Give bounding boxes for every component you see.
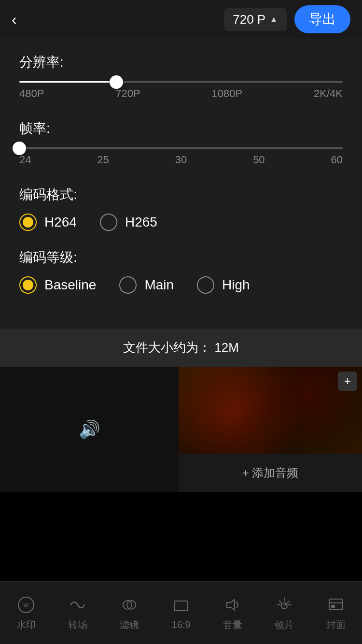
settings-panel: 分辨率: 480P 720P 1080P 2K/4K 帧率: 24 25 30 <box>0 39 362 329</box>
filter-icon <box>119 594 140 615</box>
res-label-720: 720P <box>115 87 140 100</box>
toolbar-item-transition[interactable]: 转场 <box>67 594 88 631</box>
framerate-section: 帧率: 24 25 30 50 60 <box>19 119 343 166</box>
resolution-track-filled <box>19 81 116 83</box>
thumb-pattern <box>179 367 362 454</box>
codec-h265-radio[interactable] <box>100 214 117 231</box>
framerate-slider-labels: 24 25 30 50 60 <box>19 154 343 166</box>
fps-label-60: 60 <box>331 154 343 166</box>
preview-left: 🔊 <box>0 367 179 492</box>
resolution-slider-track <box>19 81 343 83</box>
framerate-slider-track <box>19 147 343 149</box>
topbar: ‹ 720 P ▲ 导出 <box>0 0 362 39</box>
topbar-right: 720 P ▲ 导出 <box>224 5 350 33</box>
resolution-arrow: ▲ <box>269 14 278 25</box>
fps-label-50: 50 <box>253 154 265 166</box>
svg-rect-10 <box>331 605 335 608</box>
framerate-slider-thumb[interactable] <box>13 142 26 155</box>
resolution-section: 分辨率: 480P 720P 1080P 2K/4K <box>19 53 343 100</box>
watermark-label: 水印 <box>16 618 36 631</box>
preview-thumbnail: + <box>179 367 362 454</box>
fps-label-30: 30 <box>175 154 187 166</box>
preview-area: 🔊 + + 添加音频 <box>0 367 362 492</box>
transition-label: 转场 <box>68 618 87 631</box>
toolbar-item-watermark[interactable]: W 水印 <box>15 594 37 631</box>
svg-text:W: W <box>23 602 29 609</box>
resolution-slider-wrapper[interactable] <box>19 81 343 83</box>
res-label-480: 480P <box>19 87 44 100</box>
codec-level-group: Baseline Main High <box>19 276 343 294</box>
filter-label: 滤镜 <box>120 618 139 631</box>
res-label-1080: 1080P <box>212 87 243 100</box>
toolbar-item-audio[interactable]: 音量 <box>222 594 243 631</box>
codec-format-label: 编码格式: <box>19 186 343 204</box>
ratio-icon <box>170 595 192 616</box>
add-icon: + <box>344 374 351 388</box>
resolution-label: 分辨率: <box>19 53 343 72</box>
codec-main-option[interactable]: Main <box>119 276 174 294</box>
toolbar-item-filter[interactable]: 滤镜 <box>119 594 140 631</box>
fps-label-24: 24 <box>19 154 31 166</box>
file-size-label: 文件大小约为： <box>123 340 211 355</box>
codec-h265-option[interactable]: H265 <box>100 214 157 231</box>
toolbar-item-ratio[interactable]: 16:9 <box>170 595 192 630</box>
ratio-label: 16:9 <box>172 619 191 630</box>
cover-label: 封面 <box>326 618 346 631</box>
watermark-icon: W <box>15 594 37 615</box>
codec-high-label: High <box>222 277 250 293</box>
svg-marker-5 <box>227 600 235 610</box>
preview-right: + + 添加音频 <box>179 367 362 492</box>
audio-icon: 🔊 <box>79 419 100 440</box>
codec-h264-radio[interactable] <box>19 214 37 231</box>
add-audio-button[interactable]: + 添加音频 <box>179 454 362 492</box>
speed-icon <box>274 594 295 615</box>
fps-label-25: 25 <box>97 154 109 166</box>
svg-line-7 <box>284 603 286 606</box>
framerate-label: 帧率: <box>19 119 343 138</box>
bottom-toolbar: W 水印 转场 滤镜 16:9 音量 顿片 <box>0 581 362 644</box>
codec-level-section: 编码等级: Baseline Main High <box>19 248 343 294</box>
framerate-slider-wrapper[interactable] <box>19 147 343 149</box>
speed-label: 顿片 <box>275 618 294 631</box>
toolbar-item-cover[interactable]: 封面 <box>325 594 347 631</box>
codec-h264-label: H264 <box>44 215 77 230</box>
volume-icon <box>222 594 243 615</box>
transition-icon <box>67 594 88 615</box>
codec-main-label: Main <box>144 277 174 293</box>
codec-h264-option[interactable]: H264 <box>19 214 77 231</box>
add-audio-label: + 添加音频 <box>242 465 299 481</box>
codec-main-radio[interactable] <box>119 276 137 294</box>
codec-high-option[interactable]: High <box>197 276 250 294</box>
resolution-slider-labels: 480P 720P 1080P 2K/4K <box>19 87 343 100</box>
svg-rect-8 <box>329 599 343 610</box>
dark-area <box>0 492 362 589</box>
codec-baseline-radio[interactable] <box>19 276 37 294</box>
res-label-2k4k: 2K/4K <box>314 87 343 100</box>
toolbar-item-speed[interactable]: 顿片 <box>274 594 295 631</box>
add-clip-button[interactable]: + <box>338 372 357 391</box>
codec-high-radio[interactable] <box>197 276 214 294</box>
audio-label: 音量 <box>223 618 242 631</box>
resolution-selector[interactable]: 720 P ▲ <box>224 8 287 31</box>
codec-baseline-label: Baseline <box>44 277 96 293</box>
codec-baseline-option[interactable]: Baseline <box>19 276 96 294</box>
codec-format-section: 编码格式: H264 H265 <box>19 186 343 231</box>
codec-h265-label: H265 <box>125 215 157 230</box>
codec-level-label: 编码等级: <box>19 248 343 267</box>
file-size-value: 12M <box>214 340 239 355</box>
codec-format-group: H264 H265 <box>19 214 343 231</box>
back-button[interactable]: ‹ <box>12 12 17 27</box>
export-button[interactable]: 导出 <box>294 5 350 33</box>
svg-rect-4 <box>174 601 188 611</box>
resolution-value: 720 P <box>233 12 265 27</box>
file-size-bar: 文件大小约为： 12M <box>0 329 362 367</box>
cover-icon <box>325 594 347 615</box>
resolution-slider-thumb[interactable] <box>110 75 123 89</box>
file-size-text: 文件大小约为： 12M <box>123 340 239 355</box>
